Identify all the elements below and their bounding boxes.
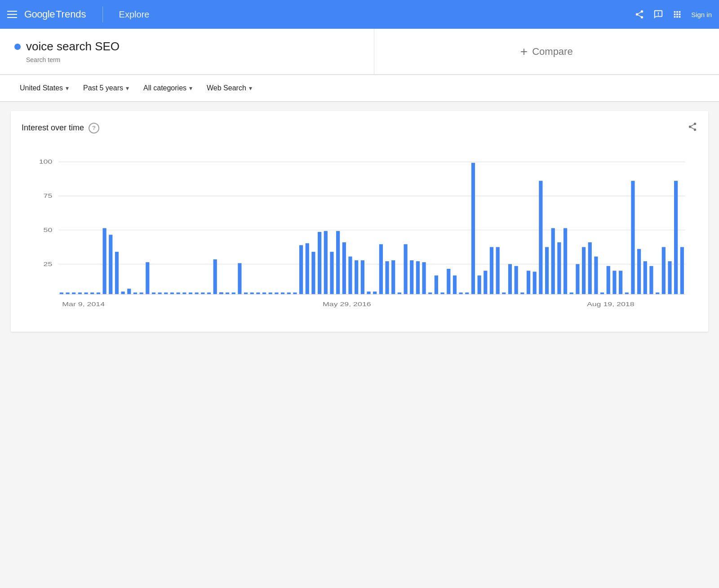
svg-rect-18	[102, 228, 106, 294]
search-term-type: Search term	[26, 56, 360, 63]
hamburger-menu[interactable]	[7, 11, 17, 18]
location-filter[interactable]: United States ▾	[14, 80, 74, 96]
svg-rect-64	[379, 244, 383, 294]
category-filter-label: All categories	[143, 84, 186, 92]
svg-rect-70	[416, 261, 420, 294]
svg-rect-30	[177, 293, 180, 294]
svg-rect-16	[90, 293, 94, 294]
svg-rect-81	[484, 271, 487, 294]
svg-rect-74	[440, 293, 444, 294]
svg-rect-86	[515, 266, 518, 294]
svg-rect-73	[435, 276, 438, 294]
svg-rect-103	[619, 271, 622, 294]
chart-share-icon[interactable]	[688, 122, 697, 134]
svg-rect-24	[140, 293, 143, 294]
svg-rect-59	[348, 257, 352, 294]
sign-in-button[interactable]: Sign in	[691, 11, 712, 18]
svg-text:Aug 19, 2018: Aug 19, 2018	[587, 301, 635, 307]
svg-rect-112	[674, 181, 678, 294]
svg-rect-83	[496, 247, 500, 294]
search-type-filter-label: Web Search	[207, 84, 246, 92]
svg-rect-52	[306, 243, 309, 294]
svg-rect-110	[662, 247, 666, 294]
main-content: Interest over time ? 100	[0, 102, 719, 341]
svg-rect-96	[576, 264, 579, 294]
svg-rect-94	[564, 228, 567, 294]
svg-rect-102	[612, 271, 616, 294]
svg-rect-79	[471, 163, 475, 294]
search-row: voice search SEO Search term + Compare	[0, 29, 719, 75]
svg-rect-26	[152, 293, 155, 294]
help-icon[interactable]: ?	[89, 123, 99, 134]
svg-rect-25	[146, 262, 149, 294]
svg-rect-48	[281, 293, 284, 294]
interest-over-time-card: Interest over time ? 100	[11, 111, 708, 332]
chart-svg: 100 75 50 25	[22, 143, 697, 323]
category-filter[interactable]: All categories ▾	[138, 80, 198, 96]
svg-rect-92	[551, 228, 555, 294]
svg-text:Mar 9, 2014: Mar 9, 2014	[62, 301, 105, 307]
header-left: Google Trends Explore	[7, 6, 149, 22]
svg-rect-50	[293, 293, 297, 294]
compare-box[interactable]: + Compare	[374, 29, 719, 74]
svg-rect-22	[127, 289, 131, 294]
compare-inner: + Compare	[520, 45, 573, 59]
svg-rect-100	[600, 293, 604, 294]
search-area: voice search SEO Search term + Compare	[0, 29, 719, 75]
svg-rect-69	[410, 260, 413, 294]
svg-rect-93	[557, 242, 561, 294]
time-range-filter-label: Past 5 years	[83, 84, 123, 92]
svg-rect-23	[133, 293, 137, 294]
svg-text:75: 75	[44, 192, 53, 199]
svg-rect-107	[644, 261, 647, 294]
svg-rect-87	[520, 293, 524, 294]
svg-rect-61	[361, 260, 364, 294]
svg-rect-90	[539, 181, 542, 294]
svg-rect-41	[238, 263, 241, 294]
feedback-icon[interactable]	[653, 9, 663, 19]
search-term-box[interactable]: voice search SEO Search term	[0, 29, 374, 74]
svg-rect-104	[625, 293, 629, 294]
time-range-filter[interactable]: Past 5 years ▾	[78, 80, 134, 96]
search-type-chevron-icon: ▾	[249, 85, 252, 92]
svg-rect-44	[256, 293, 260, 294]
svg-rect-42	[244, 293, 248, 294]
svg-rect-77	[459, 293, 462, 294]
svg-rect-17	[97, 293, 100, 294]
svg-rect-76	[453, 276, 457, 294]
header-right: Sign in	[635, 9, 712, 19]
svg-rect-89	[533, 272, 537, 294]
compare-plus-icon: +	[520, 45, 528, 59]
svg-rect-58	[342, 242, 346, 294]
chart-title: Interest over time	[22, 123, 84, 133]
svg-rect-55	[324, 231, 328, 294]
apps-icon[interactable]	[672, 9, 682, 19]
svg-rect-46	[269, 293, 272, 294]
svg-rect-72	[428, 293, 432, 294]
svg-text:100: 100	[39, 158, 53, 165]
svg-rect-39	[226, 293, 229, 294]
svg-rect-35	[207, 293, 211, 294]
share-header-icon[interactable]	[635, 9, 644, 19]
svg-rect-49	[287, 293, 291, 294]
search-term-dot	[14, 44, 21, 50]
svg-rect-45	[262, 293, 266, 294]
svg-rect-43	[250, 293, 254, 294]
svg-rect-0	[658, 12, 659, 14]
location-chevron-icon: ▾	[66, 85, 69, 92]
search-type-filter[interactable]: Web Search ▾	[201, 80, 257, 96]
svg-rect-108	[649, 266, 653, 294]
svg-rect-29	[170, 293, 174, 294]
svg-rect-54	[318, 232, 321, 294]
svg-rect-109	[656, 293, 659, 294]
svg-rect-57	[336, 231, 340, 294]
svg-rect-101	[607, 266, 610, 294]
svg-rect-95	[570, 293, 573, 294]
svg-text:25: 25	[44, 261, 53, 267]
svg-rect-20	[115, 252, 119, 294]
svg-rect-40	[232, 293, 235, 294]
chart-container: 100 75 50 25	[22, 143, 697, 323]
filter-bar: United States ▾ Past 5 years ▾ All categ…	[0, 75, 719, 102]
svg-rect-51	[299, 245, 303, 294]
location-filter-label: United States	[20, 84, 63, 92]
